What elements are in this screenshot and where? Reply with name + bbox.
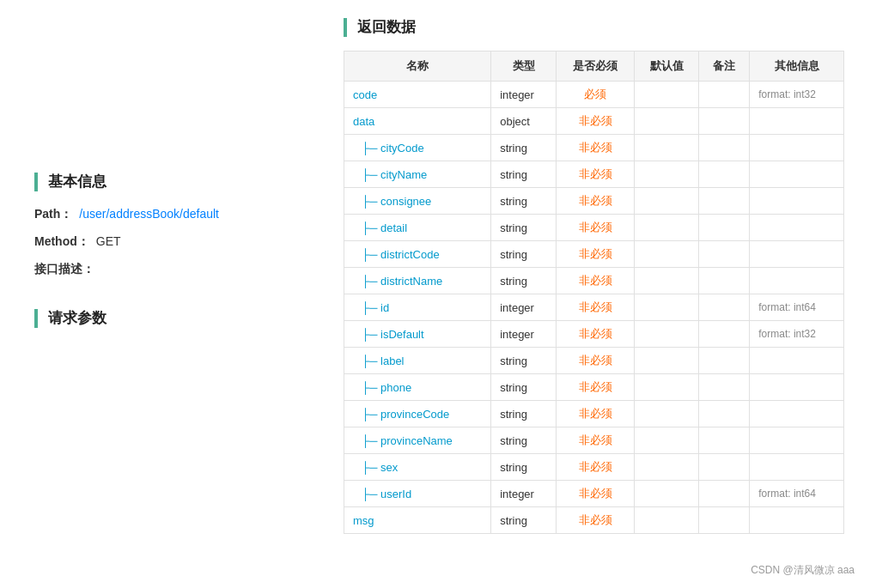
cell-required: 非必须 xyxy=(557,294,635,321)
cell-remark xyxy=(699,348,750,374)
cell-name: ├─ cityName xyxy=(344,161,491,188)
left-panel: 基本信息 Path： /user/addressBook/default Met… xyxy=(0,0,335,588)
cell-other xyxy=(750,374,844,401)
cell-default xyxy=(635,374,699,401)
cell-default xyxy=(635,427,699,454)
cell-default xyxy=(635,241,699,268)
request-params-title: 请求参数 xyxy=(48,308,106,328)
table-row: ├─ provinceNamestring非必须 xyxy=(344,427,844,454)
cell-type: string xyxy=(491,507,557,534)
basic-info-bar xyxy=(34,173,38,191)
cell-name: data xyxy=(344,108,491,135)
cell-default xyxy=(635,108,699,135)
method-row: Method： GET xyxy=(34,234,309,250)
cell-type: string xyxy=(491,215,557,241)
table-row: ├─ userIdinteger非必须format: int64 xyxy=(344,481,844,507)
table-row: ├─ sexstring非必须 xyxy=(344,454,844,481)
cell-type: string xyxy=(491,427,557,454)
watermark: CSDN @清风微凉 aaa xyxy=(751,563,855,578)
cell-other xyxy=(750,161,844,188)
col-header-type: 类型 xyxy=(491,52,557,82)
cell-name: ├─ districtName xyxy=(344,268,491,294)
cell-required: 非必须 xyxy=(557,348,635,374)
cell-default xyxy=(635,321,699,348)
cell-remark xyxy=(699,161,750,188)
cell-type: string xyxy=(491,374,557,401)
request-params-bar xyxy=(34,309,38,328)
cell-other xyxy=(750,401,844,427)
basic-info-title: 基本信息 xyxy=(48,172,106,191)
cell-type: integer xyxy=(491,481,557,507)
col-header-remark: 备注 xyxy=(699,52,750,82)
cell-default xyxy=(635,481,699,507)
cell-required: 必须 xyxy=(557,82,635,108)
cell-remark xyxy=(699,188,750,215)
table-row: ├─ idinteger非必须format: int64 xyxy=(344,294,844,321)
cell-name: ├─ label xyxy=(344,348,491,374)
cell-type: string xyxy=(491,401,557,427)
cell-required: 非必须 xyxy=(557,321,635,348)
cell-required: 非必须 xyxy=(557,481,635,507)
cell-required: 非必须 xyxy=(557,161,635,188)
cell-remark xyxy=(699,374,750,401)
cell-type: string xyxy=(491,268,557,294)
cell-type: object xyxy=(491,108,557,135)
cell-type: integer xyxy=(491,321,557,348)
cell-required: 非必须 xyxy=(557,507,635,534)
cell-other xyxy=(750,348,844,374)
desc-label: 接口描述： xyxy=(34,262,94,277)
cell-default xyxy=(635,188,699,215)
return-data-bar xyxy=(344,18,347,37)
cell-other: format: int32 xyxy=(750,321,844,348)
cell-remark xyxy=(699,321,750,348)
cell-default xyxy=(635,401,699,427)
table-row: ├─ phonestring非必须 xyxy=(344,374,844,401)
cell-other: format: int32 xyxy=(750,82,844,108)
cell-name: ├─ cityCode xyxy=(344,135,491,161)
cell-required: 非必须 xyxy=(557,454,635,481)
cell-other xyxy=(750,108,844,135)
method-value: GET xyxy=(96,234,121,248)
table-row: msgstring非必须 xyxy=(344,507,844,534)
cell-default xyxy=(635,348,699,374)
cell-name: ├─ sex xyxy=(344,454,491,481)
cell-other xyxy=(750,188,844,215)
cell-remark xyxy=(699,82,750,108)
cell-default xyxy=(635,507,699,534)
path-row: Path： /user/addressBook/default xyxy=(34,207,309,222)
cell-remark xyxy=(699,401,750,427)
table-row: ├─ cityNamestring非必须 xyxy=(344,161,844,188)
cell-other: format: int64 xyxy=(750,294,844,321)
cell-required: 非必须 xyxy=(557,401,635,427)
cell-required: 非必须 xyxy=(557,241,635,268)
basic-info-title-row: 基本信息 xyxy=(34,172,309,191)
table-row: ├─ labelstring非必须 xyxy=(344,348,844,374)
cell-remark xyxy=(699,241,750,268)
cell-remark xyxy=(699,215,750,241)
cell-required: 非必须 xyxy=(557,427,635,454)
cell-other xyxy=(750,268,844,294)
cell-name: ├─ provinceCode xyxy=(344,401,491,427)
cell-name: code xyxy=(344,82,491,108)
table-row: ├─ provinceCodestring非必须 xyxy=(344,401,844,427)
return-data-title-row: 返回数据 xyxy=(344,17,844,37)
desc-row: 接口描述： xyxy=(34,262,309,277)
return-data-table: 名称 类型 是否必须 默认值 备注 其他信息 codeinteger必须form… xyxy=(344,51,844,534)
cell-required: 非必须 xyxy=(557,215,635,241)
cell-type: string xyxy=(491,348,557,374)
cell-required: 非必须 xyxy=(557,135,635,161)
return-data-title: 返回数据 xyxy=(357,17,416,37)
cell-other: format: int64 xyxy=(750,481,844,507)
cell-other xyxy=(750,241,844,268)
cell-type: string xyxy=(491,241,557,268)
right-panel: 返回数据 名称 类型 是否必须 默认值 备注 其他信息 codeinteger必… xyxy=(335,0,870,588)
table-row: codeinteger必须format: int32 xyxy=(344,82,844,108)
cell-remark xyxy=(699,135,750,161)
cell-name: ├─ id xyxy=(344,294,491,321)
table-row: ├─ consigneestring非必须 xyxy=(344,188,844,215)
cell-type: integer xyxy=(491,82,557,108)
cell-default xyxy=(635,135,699,161)
request-params-title-row: 请求参数 xyxy=(34,308,309,328)
cell-required: 非必须 xyxy=(557,268,635,294)
table-row: ├─ detailstring非必须 xyxy=(344,215,844,241)
